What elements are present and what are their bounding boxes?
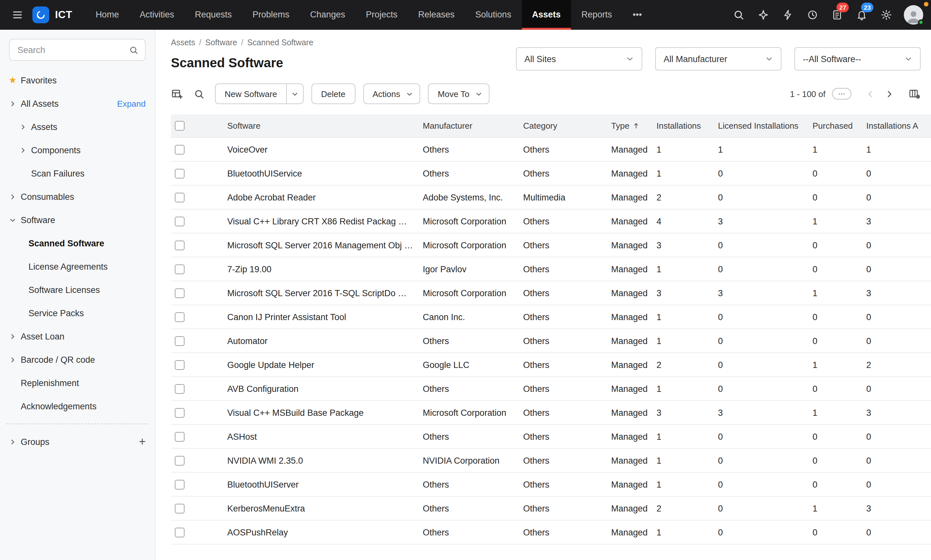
sidebar-search-input[interactable] (16, 44, 129, 55)
row-checkbox[interactable] (175, 360, 185, 369)
move-to-dropdown-button[interactable]: Move To (428, 83, 489, 104)
row-checkbox[interactable] (175, 240, 185, 250)
table-row[interactable]: ASHostOthersOthersManaged1000 (171, 425, 931, 449)
table-row[interactable]: Canon IJ Printer Assistant ToolCanon Inc… (171, 305, 931, 329)
previous-page-icon[interactable] (866, 89, 875, 98)
select-all-checkbox[interactable] (175, 121, 185, 131)
sidebar-item-consumables[interactable]: Consumables (0, 185, 155, 208)
cell-software[interactable]: Visual C++ MSBuild Base Package (227, 408, 423, 417)
pagination-total-ellipsis-button[interactable]: ... (832, 88, 851, 100)
table-row[interactable]: AVB ConfigurationOthersOthersManaged1000 (171, 377, 931, 401)
column-header-installations-a[interactable]: Installations A (866, 121, 931, 131)
table-row[interactable]: BluetoothUIServiceOthersOthersManaged100… (171, 162, 931, 186)
cell-software[interactable]: KerberosMenuExtra (227, 503, 423, 513)
nav-item-projects[interactable]: Projects (355, 0, 408, 30)
row-checkbox[interactable] (175, 312, 185, 322)
cell-software[interactable]: 7-Zip 19.00 (227, 264, 423, 274)
cell-software[interactable]: VoiceOver (227, 145, 423, 154)
new-software-button[interactable]: New Software (216, 89, 286, 98)
sidebar-item-favorites[interactable]: Favorites (0, 69, 155, 92)
user-avatar[interactable] (904, 5, 923, 25)
table-row[interactable]: AutomatorOthersOthersManaged1000 (171, 329, 931, 353)
row-checkbox[interactable] (175, 192, 185, 202)
nav-item-problems[interactable]: Problems (242, 0, 300, 30)
software-filter-select[interactable]: --All Software-- (794, 47, 921, 71)
nav-item-solutions[interactable]: Solutions (465, 0, 522, 30)
quick-actions-lightning-icon[interactable] (776, 0, 800, 30)
cell-software[interactable]: Adobe Acrobat Reader (227, 192, 423, 202)
column-header-category[interactable]: Category (523, 121, 611, 131)
row-checkbox[interactable] (175, 455, 185, 465)
table-row[interactable]: Google Update HelperGoogle LLCOthersMana… (171, 353, 931, 377)
column-header-licensed-installations[interactable]: Licensed Installations (718, 121, 812, 131)
cell-software[interactable]: ASHost (227, 432, 423, 442)
new-software-caret-icon[interactable] (286, 84, 303, 103)
app-logo[interactable] (32, 6, 49, 23)
cell-software[interactable]: AVB Configuration (227, 384, 423, 394)
sidebar-item-acknowledgements[interactable]: Acknowledgements (0, 394, 155, 418)
table-row[interactable]: Adobe Acrobat ReaderAdobe Systems, Inc.M… (171, 186, 931, 209)
nav-item-requests[interactable]: Requests (185, 0, 242, 30)
next-page-icon[interactable] (885, 89, 894, 98)
nav-item-home[interactable]: Home (85, 0, 129, 30)
row-checkbox[interactable] (175, 145, 185, 154)
table-row[interactable]: NVIDIA WMI 2.35.0NVIDIA CorporationOther… (171, 449, 931, 473)
delete-button[interactable]: Delete (312, 83, 355, 104)
column-header-software[interactable]: Software (227, 121, 423, 131)
breadcrumb-assets[interactable]: Assets (171, 38, 195, 47)
pending-approvals-icon[interactable]: 27 (825, 0, 849, 30)
cell-software[interactable]: Microsoft SQL Server 2016 Management Obj… (227, 240, 423, 250)
global-search-icon[interactable] (726, 0, 751, 30)
table-row[interactable]: Microsoft SQL Server 2016 T-SQL ScriptDo… (171, 281, 931, 305)
sidebar-item-license-agreements[interactable]: License Agreements (0, 255, 155, 278)
cell-software[interactable]: BluetoothUIService (227, 168, 423, 178)
nav-item-more[interactable]: ••• (622, 0, 652, 30)
row-checkbox[interactable] (175, 503, 185, 513)
column-header-purchased[interactable]: Purchased (812, 121, 866, 131)
sparkle-icon[interactable] (751, 0, 776, 30)
nav-item-releases[interactable]: Releases (408, 0, 465, 30)
column-header-manufacturer[interactable]: Manufacturer (423, 121, 523, 131)
sidebar-item-replenishment[interactable]: Replenishment (0, 371, 155, 394)
sidebar-item-software-licenses[interactable]: Software Licenses (0, 278, 155, 302)
row-checkbox[interactable] (175, 336, 185, 346)
row-checkbox[interactable] (175, 527, 185, 537)
table-row[interactable]: Visual C++ Library CRT X86 Redist Packag… (171, 209, 931, 234)
table-row[interactable]: BluetoothUIServerOthersOthersManaged1000 (171, 473, 931, 497)
sidebar-item-asset-loan[interactable]: Asset Loan (0, 325, 155, 348)
manufacturer-filter-select[interactable]: All Manufacturer (655, 47, 781, 71)
nav-item-activities[interactable]: Activities (129, 0, 185, 30)
table-row[interactable]: 7-Zip 19.00Igor PavlovOthersManaged1000 (171, 257, 931, 281)
column-settings-icon[interactable] (908, 88, 921, 100)
row-checkbox[interactable] (175, 216, 185, 226)
sidebar-item-components[interactable]: Components (0, 138, 155, 162)
table-view-add-icon[interactable] (171, 88, 183, 100)
site-filter-select[interactable]: All Sites (516, 47, 642, 71)
add-group-icon[interactable]: + (139, 436, 146, 448)
table-row[interactable]: Microsoft SQL Server 2016 Management Obj… (171, 234, 931, 257)
column-header-type[interactable]: Type (611, 121, 656, 131)
sidebar-item-groups[interactable]: Groups+ (0, 430, 155, 453)
cell-software[interactable]: Visual C++ Library CRT X86 Redist Packag… (227, 216, 423, 226)
cell-software[interactable]: Google Update Helper (227, 360, 423, 369)
actions-dropdown-button[interactable]: Actions (363, 83, 420, 104)
sidebar-item-service-packs[interactable]: Service Packs (0, 302, 155, 325)
cell-software[interactable]: AOSPushRelay (227, 527, 423, 537)
table-row[interactable]: Visual C++ MSBuild Base PackageMicrosoft… (171, 401, 931, 425)
row-checkbox[interactable] (175, 384, 185, 394)
cell-software[interactable]: BluetoothUIServer (227, 480, 423, 489)
nav-item-reports[interactable]: Reports (571, 0, 622, 30)
table-row[interactable]: AOSPushRelayOthersOthersManaged1000 (171, 520, 931, 545)
row-checkbox[interactable] (175, 168, 185, 178)
row-checkbox[interactable] (175, 264, 185, 274)
sidebar-item-software[interactable]: Software (0, 208, 155, 231)
cell-software[interactable]: Automator (227, 336, 423, 346)
cell-software[interactable]: Canon IJ Printer Assistant Tool (227, 312, 423, 322)
sidebar-item-scanned-software[interactable]: Scanned Software (0, 231, 155, 255)
nav-item-changes[interactable]: Changes (300, 0, 355, 30)
expand-link[interactable]: Expand (117, 98, 146, 108)
settings-gear-icon[interactable] (874, 0, 899, 30)
sidebar-item-scan-failures[interactable]: Scan Failures (0, 162, 155, 185)
list-search-icon[interactable] (194, 88, 205, 99)
table-row[interactable]: KerberosMenuExtraOthersOthersManaged2013 (171, 497, 931, 520)
